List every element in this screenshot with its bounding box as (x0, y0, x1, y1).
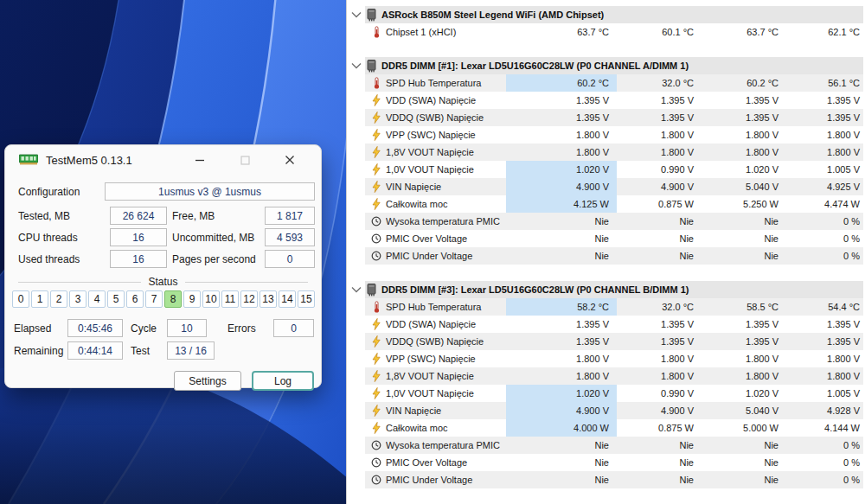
sensor-row[interactable]: 1,0V VOUT Napięcie1.020 V0.990 V1.020 V1… (365, 385, 863, 402)
sensor-row[interactable]: VDD (SWA) Napięcie1.395 V1.395 V1.395 V1… (365, 92, 863, 109)
sensor-value-maximum: 5.040 V (702, 178, 786, 195)
sensor-value-current: 4.000 W (506, 419, 617, 437)
sensor-row[interactable]: VPP (SWC) Napięcie1.800 V1.800 V1.800 V1… (365, 350, 863, 367)
sensor-section-title-band[interactable]: ASRock B850M Steel Legend WiFi (AMD Chip… (365, 6, 863, 23)
sensor-row[interactable]: VDDQ (SWB) Napięcie1.395 V1.395 V1.395 V… (365, 109, 863, 126)
sensor-label: VDD (SWA) Napięcie (386, 95, 506, 105)
chevron-down-icon[interactable] (347, 6, 365, 23)
sensor-row[interactable]: VIN Napięcie4.900 V4.900 V5.040 V4.925 V (365, 178, 863, 195)
sensor-value-maximum: 60.2 °C (702, 74, 786, 92)
sensor-value-average: 0 % (786, 454, 863, 471)
stat-label: Used threads (18, 253, 105, 265)
sensor-value-minimum: 1.395 V (617, 333, 702, 350)
maximize-button[interactable] (222, 147, 267, 173)
sensor-label: SPD Hub Temperatura (386, 78, 506, 88)
sensor-row[interactable]: VDDQ (SWB) Napięcie1.395 V1.395 V1.395 V… (365, 333, 863, 350)
voltage-icon (370, 94, 382, 106)
sensor-value-current: 1.800 V (506, 367, 617, 385)
sensor-section-header[interactable]: DDR5 DIMM [#3]: Lexar LD5U16G60C28LW (P0… (347, 281, 865, 298)
sensor-value-minimum: Nie (617, 230, 702, 247)
progress-row-1: Elapsed 0:45:46 Cycle 10 Errors 0 (5, 319, 321, 337)
minimize-button[interactable] (177, 147, 222, 173)
sensor-section-title: ASRock B850M Steel Legend WiFi (AMD Chip… (381, 10, 604, 20)
thread-status-box: 3 (69, 290, 86, 308)
sensor-row[interactable]: VIN Napięcie4.900 V4.900 V5.040 V4.928 V (365, 402, 863, 419)
sensor-value-maximum: 1.800 V (702, 350, 786, 367)
stat-label: Pages per second (172, 253, 260, 265)
sensor-value-average: 1.005 V (786, 161, 863, 178)
stat-value-box: 26 624 (110, 207, 167, 225)
chevron-down-icon[interactable] (347, 57, 365, 74)
sensor-label: VIN Napięcie (386, 405, 506, 416)
configuration-field[interactable]: 1usmus v3 @ 1usmus (105, 182, 315, 201)
sensor-label: Całkowita moc (386, 423, 506, 433)
sensor-section-header[interactable]: ASRock B850M Steel Legend WiFi (AMD Chip… (347, 6, 865, 23)
sensor-value-maximum: Nie (702, 230, 786, 247)
sensor-value-average: 4.144 W (786, 419, 863, 437)
sensor-row[interactable]: Wysoka temperatura PMICNieNieNie0 % (365, 437, 863, 454)
sensor-value-average: 1.800 V (786, 367, 863, 385)
sensor-value-minimum: 0.990 V (617, 161, 702, 178)
sensor-value-minimum: 32.0 °C (617, 74, 702, 92)
stats-grid: Tested, MB26 624Free, MB1 817CPU threads… (18, 207, 315, 268)
sensor-value-current: 1.800 V (506, 350, 617, 367)
sensor-value-average: 1.800 V (786, 350, 863, 367)
stat-value-box: 16 (110, 250, 167, 268)
sensor-row[interactable]: PMIC Under VoltageNieNieNie0 % (365, 471, 863, 488)
close-button[interactable] (267, 147, 312, 173)
sensor-row[interactable]: Chipset 1 (xHCI)63.7 °C60.1 °C63.7 °C62.… (365, 23, 863, 41)
sensor-row[interactable]: VPP (SWC) Napięcie1.800 V1.800 V1.800 V1… (365, 126, 863, 144)
sensor-row[interactable]: PMIC Over VoltageNieNieNie0 % (365, 454, 863, 471)
thread-status-box: 8 (164, 290, 182, 308)
log-button[interactable]: Log (252, 371, 314, 391)
sensor-value-current: Nie (506, 437, 617, 454)
testmem5-window: TestMem5 0.13.1 Configuration 1usmus v3 … (4, 144, 322, 388)
stat-label: Free, MB (172, 210, 260, 222)
sensor-row[interactable]: VDD (SWA) Napięcie1.395 V1.395 V1.395 V1… (365, 316, 863, 333)
errors-label: Errors (227, 322, 273, 335)
sensor-value-current: 1.395 V (506, 333, 617, 350)
sensor-section-header[interactable]: DDR5 DIMM [#1]: Lexar LD5U16G60C28LW (P0… (347, 57, 865, 74)
sensor-row[interactable]: Całkowita moc4.000 W0.875 W5.000 W4.144 … (365, 419, 863, 437)
sensor-row[interactable]: 1,8V VOUT Napięcie1.800 V1.800 V1.800 V1… (365, 144, 863, 161)
sensor-row[interactable]: 1,0V VOUT Napięcie1.020 V0.990 V1.020 V1… (365, 161, 863, 178)
sensor-row[interactable]: 1,8V VOUT Napięcie1.800 V1.800 V1.800 V1… (365, 367, 863, 385)
sensor-section-title-band[interactable]: DDR5 DIMM [#1]: Lexar LD5U16G60C28LW (P0… (365, 57, 863, 74)
status-divider: Status (18, 276, 308, 288)
sensor-value-maximum: 1.800 V (702, 144, 786, 161)
sensor-label: VDD (SWA) Napięcie (386, 319, 506, 329)
sensor-value-average: 1.395 V (786, 92, 863, 109)
chip-icon (367, 9, 376, 22)
sensor-row[interactable]: PMIC Over VoltageNieNieNie0 % (365, 230, 863, 247)
sensor-value-minimum: 0.990 V (617, 385, 702, 402)
sensor-value-maximum: 63.7 °C (702, 23, 786, 41)
elapsed-value: 0:45:46 (67, 319, 123, 337)
sensor-row[interactable]: SPD Hub Temperatura58.2 °C32.0 °C58.5 °C… (365, 298, 863, 316)
thread-status-box: 0 (12, 290, 29, 308)
sensor-row[interactable]: Wysoka temperatura PMICNieNieNie0 % (365, 213, 863, 230)
thread-status-box: 11 (221, 290, 239, 308)
sensor-value-minimum: 4.900 V (617, 402, 702, 419)
thread-status-box: 13 (260, 290, 277, 308)
sensor-row[interactable]: SPD Hub Temperatura60.2 °C32.0 °C60.2 °C… (365, 74, 863, 92)
sensor-row[interactable]: Całkowita moc4.125 W0.875 W5.250 W4.474 … (365, 195, 863, 213)
temperature-icon (370, 301, 382, 313)
test-value: 13 / 16 (167, 341, 215, 360)
sensor-value-current: 1.800 V (506, 144, 617, 161)
sensor-section-title-band[interactable]: DDR5 DIMM [#3]: Lexar LD5U16G60C28LW (P0… (365, 281, 863, 298)
voltage-icon (370, 335, 382, 348)
sensor-section-title: DDR5 DIMM [#3]: Lexar LD5U16G60C28LW (P0… (381, 284, 689, 295)
status-label: Status (148, 276, 177, 288)
sensor-value-maximum: 1.020 V (702, 385, 786, 402)
cycle-value: 10 (167, 319, 207, 337)
thread-status-box: 15 (298, 290, 315, 308)
sensor-value-current: 1.020 V (506, 161, 617, 178)
sensor-value-current: 1.395 V (506, 316, 617, 333)
sensor-row[interactable]: PMIC Under VoltageNieNieNie0 % (365, 247, 863, 265)
chevron-down-icon[interactable] (347, 281, 365, 298)
settings-button[interactable]: Settings (174, 371, 241, 391)
sensor-label: VDDQ (SWB) Napięcie (386, 336, 506, 347)
sensor-value-average: 4.928 V (786, 402, 863, 419)
sensor-value-maximum: Nie (702, 247, 786, 265)
sensor-value-minimum: 1.800 V (617, 350, 702, 367)
